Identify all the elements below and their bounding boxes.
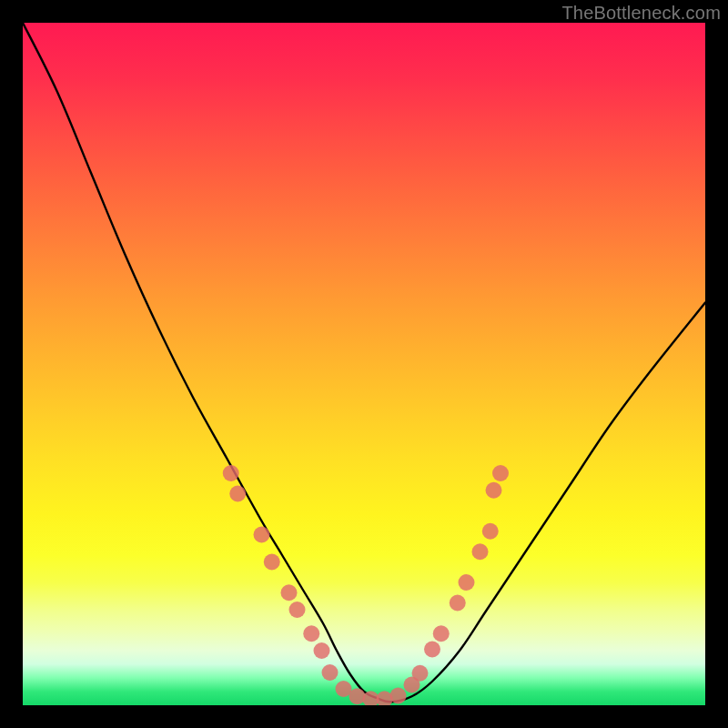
curve-layer (23, 23, 705, 702)
marker-dot (412, 665, 429, 682)
marker-dot (229, 486, 246, 502)
marker-dot (281, 584, 298, 601)
marker-dot (349, 688, 366, 704)
bottleneck-curve (23, 23, 705, 702)
marker-dot (289, 602, 306, 618)
marker-dot (486, 482, 502, 499)
watermark-text: TheBottleneck.com (561, 3, 721, 24)
marker-dot (314, 642, 330, 659)
chart-frame: TheBottleneck.com (0, 0, 728, 728)
marker-dot (459, 574, 475, 591)
marker-dot (377, 691, 393, 705)
marker-dot (482, 523, 499, 540)
marker-dot (492, 465, 509, 481)
marker-dot (223, 465, 239, 481)
marker-dot (450, 595, 466, 612)
marker-dot (424, 642, 440, 658)
marker-dot (264, 554, 280, 571)
marker-dot (472, 543, 489, 560)
marker-dot (303, 625, 319, 642)
marker-layer (223, 465, 509, 705)
plot-area (23, 23, 705, 705)
marker-dot (390, 688, 407, 704)
marker-dot (433, 625, 450, 642)
bottleneck-curve-svg (23, 23, 705, 705)
marker-dot (322, 664, 339, 681)
marker-dot (254, 527, 270, 543)
